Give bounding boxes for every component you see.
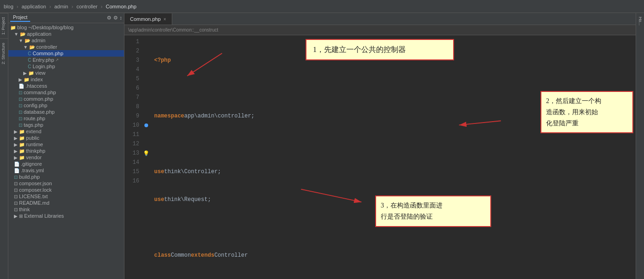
tree-item-entry-php[interactable]: C Entry.php ↗ (8, 57, 124, 63)
sidebar-arrow-icon[interactable]: ↕ (120, 15, 123, 21)
file-icon: 📄 (14, 168, 20, 173)
tree-item-controller[interactable]: ▼ 📂 controller (8, 44, 124, 50)
php-file-icon: ⊡ (19, 97, 22, 102)
code-path-bar: \app\admin\controller\Common::__construc… (124, 25, 636, 35)
php-file-icon: ⊡ (19, 110, 22, 115)
library-icon: ⊞ (19, 214, 23, 219)
folder-open-icon: 📂 (25, 38, 30, 43)
line-numbers: 1 2 3 4 5 6 7 8 9 10 11 12 13 14 15 16 (124, 35, 141, 279)
tree-item-extend[interactable]: ▶ 📁 extend (8, 128, 124, 135)
tree-item-ext-libs[interactable]: ▶ ⊞ External Libraries (8, 213, 124, 219)
folder-icon: 📁 (19, 142, 25, 147)
tree-item-thinkphp[interactable]: ▶ 📁 thinkphp (8, 148, 124, 154)
file-icon: ⊡ (14, 201, 18, 206)
folder-icon: 📁 (19, 129, 25, 134)
tree-item-travis[interactable]: 📄 .travis.yml (8, 167, 124, 174)
tree-item-command-php[interactable]: ⊡ command.php (8, 89, 124, 96)
run-indicator (144, 123, 148, 127)
breadcrumb-bar: blog › application › admin › controller … (0, 0, 644, 13)
file-icon: 📄 (14, 162, 20, 167)
tree-item-license[interactable]: ⊡ LICENSE.txt (8, 193, 124, 200)
folder-open-icon: 📂 (29, 45, 35, 50)
sidebar-settings-icon[interactable]: ⚙ (107, 15, 111, 21)
code-content-area: 1 2 3 4 5 6 7 8 9 10 11 12 13 14 15 16 (124, 35, 636, 279)
php-file-icon: ⊡ (19, 123, 22, 128)
project-tab[interactable]: Project (10, 14, 30, 22)
tree-item-view[interactable]: ▶ 📁 view (8, 70, 124, 76)
file-tree: 📁 blog ~/Desktop/blog/blog ▼ 📂 applicati… (8, 23, 124, 279)
annotation-2-text: 2，然后建立一个构造函数，用来初始化登陆严重 (546, 97, 601, 127)
folder-icon: 📁 (19, 136, 25, 141)
tab-close-button[interactable]: × (163, 17, 166, 22)
file-icon: ⊡ (14, 188, 18, 193)
sidebar-tab-bar: Project ⚙ ⚙ ↕ (8, 13, 124, 23)
tree-item-application[interactable]: ▼ 📂 application (8, 31, 124, 37)
right-panel: Ho... (636, 13, 644, 279)
editor-tab-common-php[interactable]: Common.php × (124, 13, 172, 25)
annotation-box-1: 1，先建立一个公共的控制器 (306, 39, 454, 60)
code-path-text: \app\admin\controller\Common::__construc… (128, 27, 218, 32)
php-file-icon: C (28, 64, 31, 69)
annotation-1-text: 1，先建立一个公共的控制器 (313, 45, 406, 53)
project-panel-label[interactable]: 1: Project (0, 13, 8, 39)
tree-item-composer-lock[interactable]: ⊡ composer.lock (8, 187, 124, 193)
php-file-icon: ⊡ (14, 175, 18, 180)
php-file-icon: ⊡ (19, 103, 22, 108)
tree-item-database-php[interactable]: ⊡ database.php (8, 109, 124, 115)
file-icon: ⊡ (14, 181, 18, 186)
tree-item-think[interactable]: ⊡ think (8, 206, 124, 213)
file-icon: ⊡ (14, 194, 18, 199)
php-file-icon: C (28, 51, 31, 56)
editor-area: Common.php × \app\admin\controller\Commo… (124, 13, 636, 279)
file-icon: 📄 (19, 84, 24, 89)
structure-panel-label[interactable]: 2: Structure (0, 39, 8, 68)
tree-item-tags-php[interactable]: ⊡ tags.php (8, 122, 124, 128)
annotation-3-text: 3，在构造函数里面进行是否登陆的验证 (381, 202, 442, 220)
tree-item-gitignore[interactable]: 📄 .gitignore (8, 161, 124, 167)
code-line-5: use think\Controller; (154, 167, 636, 176)
root-label: blog ~/Desktop/blog/blog (17, 25, 73, 30)
sidebar-tab-icons: ⚙ ⚙ ↕ (107, 15, 123, 21)
tree-item-admin[interactable]: ▼ 📂 admin (8, 37, 124, 44)
gutter: 💡 (141, 35, 150, 279)
tab-label: Common.php (130, 16, 161, 22)
folder-icon: 📁 (24, 77, 29, 82)
folder-icon: 📁 (10, 25, 16, 30)
folder-icon: 📁 (28, 71, 34, 76)
tree-item-runtime[interactable]: ▶ 📁 runtime (8, 141, 124, 148)
tree-item-vendor[interactable]: ▶ 📁 vendor (8, 154, 124, 161)
tree-root[interactable]: 📁 blog ~/Desktop/blog/blog (8, 24, 124, 31)
file-icon: ⊡ (14, 207, 18, 212)
right-panel-label[interactable]: Ho... (637, 13, 644, 29)
project-sidebar: Project ⚙ ⚙ ↕ 📁 blog ~/Desktop/blog/blog… (8, 13, 124, 279)
php-file-icon: ⊡ (19, 90, 22, 95)
tree-item-build-php[interactable]: ⊡ build.php (8, 174, 124, 180)
sidebar-gear-icon[interactable]: ⚙ (113, 15, 118, 21)
left-panel-labels: 1: Project 2: Structure (0, 13, 8, 279)
breadcrumb: blog › application › admin › controller … (4, 4, 137, 9)
tree-item-route-php[interactable]: ⊡ route.php (8, 115, 124, 122)
code-lines[interactable]: <?php namespace app\admin\controller; us… (150, 35, 636, 279)
php-file-icon: ⊡ (19, 116, 22, 121)
tree-item-config-php[interactable]: ⊡ config.php (8, 102, 124, 109)
php-file-icon: C (28, 58, 31, 63)
tree-item-common-php[interactable]: C Common.php (8, 50, 124, 57)
annotation-box-3: 3，在构造函数里面进行是否登陆的验证 (375, 195, 491, 227)
tree-item-commonlower-php[interactable]: ⊡ common.php (8, 96, 124, 102)
folder-icon: 📁 (19, 149, 25, 154)
tree-item-readme[interactable]: ⊡ README.md (8, 200, 124, 206)
bulb-icon[interactable]: 💡 (143, 150, 150, 156)
folder-icon: 📁 (19, 155, 25, 160)
tree-item-composer-json[interactable]: ⊡ composer.json (8, 180, 124, 187)
annotation-box-2: 2，然后建立一个构造函数，用来初始化登陆严重 (540, 91, 633, 133)
tree-item-htaccess[interactable]: 📄 .htaccess (8, 83, 124, 89)
code-line-8: class Common extends Controller (154, 251, 636, 260)
tree-item-public[interactable]: ▶ 📁 public (8, 135, 124, 141)
folder-open-icon: 📂 (20, 32, 26, 37)
editor-tab-bar: Common.php × (124, 13, 636, 25)
line10-indicator (141, 121, 150, 130)
code-line-4 (154, 139, 636, 149)
tree-item-login-php[interactable]: C Login.php (8, 63, 124, 70)
tree-item-index[interactable]: ▶ 📁 index (8, 76, 124, 83)
